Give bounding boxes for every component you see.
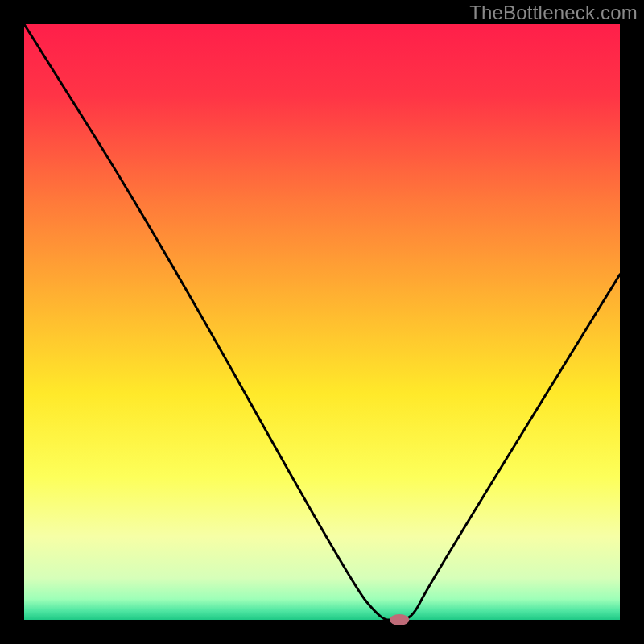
bottleneck-chart (0, 0, 644, 644)
watermark-text: TheBottleneck.com (469, 2, 638, 24)
current-point-marker (390, 614, 409, 625)
chart-frame: TheBottleneck.com (0, 0, 644, 644)
